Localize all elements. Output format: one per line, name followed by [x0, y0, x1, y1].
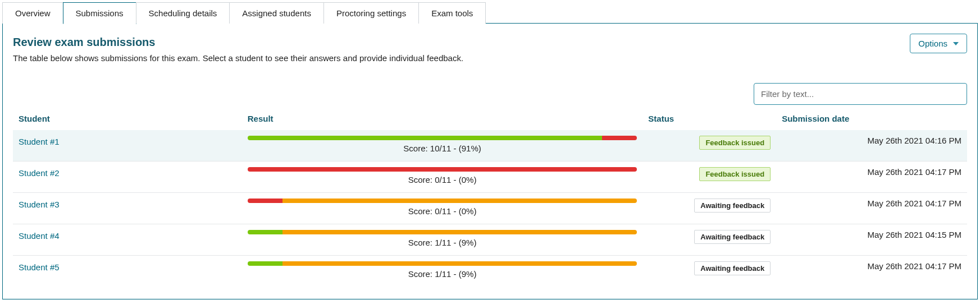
submission-date: May 26th 2021 04:17 PM [776, 161, 967, 193]
panel-title: Review exam submissions [13, 36, 463, 49]
result-bar [248, 261, 637, 266]
bar-segment-orange [282, 199, 637, 203]
tab-exam-tools[interactable]: Exam tools [418, 2, 486, 24]
options-button[interactable]: Options [910, 34, 967, 53]
score-text: Score: 1/11 - (9%) [248, 269, 637, 279]
score-text: Score: 0/11 - (0%) [248, 175, 637, 184]
submission-date: May 26th 2021 04:16 PM [776, 130, 967, 161]
result-bar [248, 136, 637, 140]
student-link[interactable]: Student #3 [19, 199, 60, 209]
submission-date: May 26th 2021 04:17 PM [776, 193, 967, 224]
col-header-result: Result [242, 109, 643, 130]
tab-scheduling-details[interactable]: Scheduling details [136, 2, 230, 24]
table-row: Student #4Score: 1/11 - (9%)Awaiting fee… [13, 224, 967, 256]
col-header-student: Student [13, 109, 242, 130]
bar-segment-green [248, 136, 602, 140]
table-row: Student #2Score: 0/11 - (0%)Feedback iss… [13, 161, 967, 193]
options-label: Options [918, 39, 947, 48]
bar-segment-green [248, 230, 282, 234]
result-bar [248, 199, 637, 203]
submissions-table: Student Result Status Submission date St… [13, 109, 967, 287]
bar-segment-orange [282, 230, 637, 234]
panel-subtitle: The table below shows submissions for th… [13, 53, 463, 63]
bar-segment-red [248, 199, 282, 203]
student-link[interactable]: Student #5 [19, 261, 60, 272]
tab-bar: OverviewSubmissionsScheduling detailsAss… [2, 2, 978, 24]
status-badge: Awaiting feedback [694, 199, 771, 213]
bar-segment-green [248, 261, 282, 266]
tab-assigned-students[interactable]: Assigned students [229, 2, 324, 24]
score-text: Score: 1/11 - (9%) [248, 238, 637, 247]
tab-proctoring-settings[interactable]: Proctoring settings [323, 2, 419, 24]
col-header-date: Submission date [776, 109, 967, 130]
bar-segment-orange [282, 261, 637, 266]
table-row: Student #3Score: 0/11 - (0%)Awaiting fee… [13, 193, 967, 224]
status-badge: Feedback issued [699, 136, 771, 150]
submission-date: May 26th 2021 04:15 PM [776, 224, 967, 256]
result-bar [248, 230, 637, 234]
table-row: Student #1Score: 10/11 - (91%)Feedback i… [13, 130, 967, 161]
student-link[interactable]: Student #4 [19, 230, 60, 241]
status-badge: Awaiting feedback [694, 230, 771, 244]
table-row: Student #5Score: 1/11 - (9%)Awaiting fee… [13, 256, 967, 287]
score-text: Score: 0/11 - (0%) [248, 206, 637, 216]
col-header-status: Status [642, 109, 776, 130]
score-text: Score: 10/11 - (91%) [248, 144, 637, 153]
tab-submissions[interactable]: Submissions [63, 2, 136, 24]
bar-segment-red [248, 167, 637, 172]
status-badge: Awaiting feedback [694, 261, 771, 275]
student-link[interactable]: Student #2 [19, 167, 60, 178]
submissions-panel: Review exam submissions The table below … [2, 23, 978, 299]
bar-segment-red [602, 136, 637, 140]
chevron-down-icon [953, 42, 959, 45]
student-link[interactable]: Student #1 [19, 136, 60, 146]
filter-input[interactable] [754, 83, 967, 105]
status-badge: Feedback issued [699, 167, 771, 181]
tab-overview[interactable]: Overview [2, 2, 63, 24]
submission-date: May 26th 2021 04:17 PM [776, 256, 967, 287]
result-bar [248, 167, 637, 172]
